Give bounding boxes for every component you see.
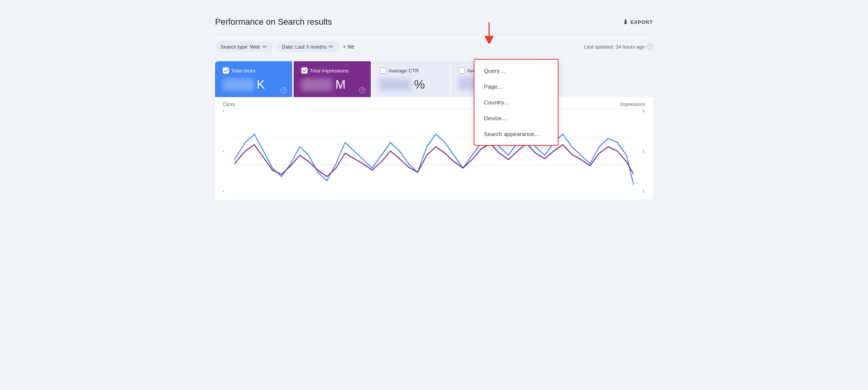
header-divider xyxy=(215,34,653,34)
search-type-label: Search type: Web xyxy=(220,44,260,50)
chart-wrapper: ▪ ▪ ▪ K K K xyxy=(223,109,645,193)
y-left-mid: ▪ xyxy=(223,149,234,153)
metric-card-avg-ctr[interactable]: Average CTR % xyxy=(372,61,449,97)
y-left-top: ▪ xyxy=(223,109,234,113)
total-impressions-label: Total impressions xyxy=(310,68,348,74)
metric-card-total-impressions[interactable]: Total impressions M ? xyxy=(294,61,371,97)
clicks-line xyxy=(234,134,634,185)
avg-ctr-suffix: % xyxy=(414,77,425,92)
chart-plot-area xyxy=(234,109,634,193)
last-updated-text: Last updated: 34 hours ago xyxy=(584,44,645,50)
export-label: EXPORT xyxy=(631,19,653,25)
total-clicks-blur xyxy=(223,79,254,91)
y-right-mid: K xyxy=(634,149,645,153)
chart-left-axis-label: Clicks xyxy=(223,102,235,107)
dropdown-item-device[interactable]: Device… xyxy=(474,110,558,126)
total-impressions-value: M xyxy=(301,77,363,92)
avg-position-checkbox[interactable] xyxy=(459,67,465,74)
dropdown-item-search-appearance[interactable]: Search appearance… xyxy=(474,126,558,142)
export-icon: ⬇ xyxy=(623,18,628,26)
new-filter-area: + Ne Query… Page… Country… Device… Searc… xyxy=(343,44,354,50)
filter-dropdown: Query… Page… Country… Device… Search app… xyxy=(474,59,558,146)
total-clicks-suffix: K xyxy=(257,77,265,92)
page-header: Performance on Search results ⬇ EXPORT xyxy=(215,17,653,27)
total-clicks-label: Total clicks xyxy=(231,68,256,74)
y-left-bot: ▪ xyxy=(223,189,234,193)
search-type-filter[interactable]: Search type: Web ✏ xyxy=(215,41,273,52)
dropdown-item-page[interactable]: Page… xyxy=(474,79,558,94)
dropdown-item-country[interactable]: Country… xyxy=(474,94,558,110)
y-axis-right: K K K xyxy=(634,109,645,193)
filters-row: Search type: Web ✏ Date: Last 3 months ✏ xyxy=(215,41,653,52)
total-impressions-suffix: M xyxy=(335,77,346,92)
date-label: Date: Last 3 months xyxy=(282,44,326,50)
chart-axis-labels: Clicks Impressions xyxy=(223,102,645,107)
last-updated: Last updated: 34 hours ago ? xyxy=(584,44,653,50)
total-clicks-checkbox[interactable] xyxy=(223,67,229,74)
total-impressions-checkbox[interactable] xyxy=(301,67,308,74)
new-filter-button[interactable]: + Ne xyxy=(343,44,354,50)
date-edit-icon: ✏ xyxy=(329,44,333,50)
avg-ctr-label: Average CTR xyxy=(389,68,419,74)
total-impressions-info-icon[interactable]: ? xyxy=(359,87,365,93)
last-updated-info-icon[interactable]: ? xyxy=(647,44,653,50)
new-filter-label: + Ne xyxy=(343,44,354,50)
metric-card-total-clicks[interactable]: Total clicks K ? xyxy=(215,61,292,97)
avg-ctr-checkbox[interactable] xyxy=(380,67,386,74)
y-axis-left: ▪ ▪ ▪ xyxy=(223,109,234,193)
chart-right-axis-label: Impressions xyxy=(620,102,645,107)
main-container: Performance on Search results ⬇ EXPORT S… xyxy=(203,8,665,209)
total-clicks-value: K xyxy=(223,77,284,92)
export-button[interactable]: ⬇ EXPORT xyxy=(623,18,653,26)
page-title: Performance on Search results xyxy=(215,17,332,27)
chart-svg xyxy=(234,109,634,193)
avg-ctr-blur xyxy=(380,79,411,91)
y-right-bot: K xyxy=(634,189,645,193)
chart-area: Clicks Impressions ▪ xyxy=(215,97,653,200)
search-type-edit-icon: ✏ xyxy=(262,44,267,50)
avg-ctr-value: % xyxy=(380,77,442,92)
metrics-row: Total clicks K ? Total impressions M xyxy=(215,61,653,97)
total-clicks-info-icon[interactable]: ? xyxy=(281,87,287,93)
dropdown-item-query[interactable]: Query… xyxy=(474,63,558,79)
date-filter[interactable]: Date: Last 3 months ✏ xyxy=(276,41,339,52)
y-right-top: K xyxy=(634,109,645,113)
total-impressions-blur xyxy=(301,79,332,91)
